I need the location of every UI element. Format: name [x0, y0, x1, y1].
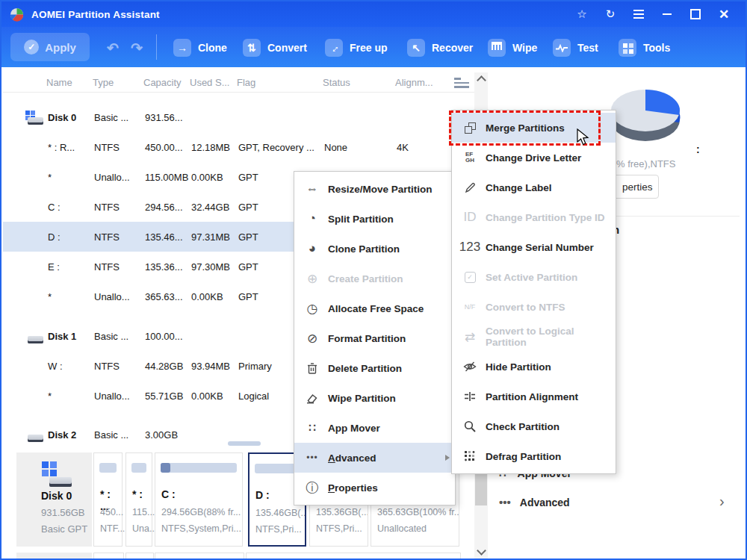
- toolbar: ✓ Apply ↶ ↷ → Clone ⇅ Convert ↔ Free up …: [1, 27, 746, 67]
- menu-label: Hide Partition: [486, 361, 551, 373]
- col-header-status[interactable]: Status: [323, 74, 350, 90]
- submenu-item-serial-number[interactable]: 123 Change Serial Number: [452, 232, 616, 262]
- cell-status: None: [324, 132, 347, 162]
- cell-capacity: 44.28GB: [145, 351, 183, 381]
- wipe-button[interactable]: Wipe: [488, 39, 537, 57]
- partition-block-partial: [125, 553, 154, 560]
- cell-used: 12.18MB: [191, 132, 230, 162]
- partition-block-c[interactable]: C : 294.56GB(88% fr... NTFS,System,Pri..…: [155, 452, 243, 547]
- sidebar-partition-label-fragment: :: [696, 143, 700, 155]
- chevron-right-icon[interactable]: ›: [719, 493, 725, 510]
- menu-item-split[interactable]: ◔ Split Partition: [294, 204, 455, 234]
- scroll-down-icon[interactable]: [477, 546, 486, 556]
- wipe-shredder-icon: [488, 39, 506, 57]
- cell-type: Unallo...: [94, 281, 130, 311]
- sidebar-advanced-item[interactable]: ••• Advanced: [499, 496, 570, 508]
- menu-item-resize-move[interactable]: ⇔ Resize/Move Partition: [294, 174, 455, 204]
- partition-block-recovery[interactable]: * : ... 450... NTF...: [93, 452, 123, 547]
- favorite-star-icon[interactable]: ☆: [568, 1, 596, 27]
- cell-capacity: 100.00...: [145, 321, 183, 351]
- menu-item-format[interactable]: ⊘ Format Partition: [294, 323, 455, 353]
- horizontal-scrollbar-thumb[interactable]: [228, 441, 261, 446]
- submenu-item-drive-letter[interactable]: EFGH Change Drive Letter: [452, 143, 616, 172]
- disk-icon: [42, 461, 75, 487]
- disk-name: Disk 0: [41, 490, 72, 502]
- tools-button[interactable]: Tools: [619, 39, 670, 57]
- cell-capacity: 135.36...: [145, 252, 183, 281]
- partition-size: 135.36GB(...: [316, 507, 368, 517]
- table-row-disk0[interactable]: Disk 0 Basic ... 931.56...: [3, 102, 474, 132]
- free-up-button[interactable]: ↔ Free up: [325, 39, 388, 57]
- submenu-item-check[interactable]: Check Partition: [452, 411, 616, 441]
- cell-capacity: 135.46...: [145, 222, 183, 252]
- usage-bar: [161, 463, 237, 473]
- submenu-item-hide[interactable]: Hide Partition: [452, 352, 616, 382]
- submenu-item-set-active: ✓ Set Active Partition: [452, 262, 616, 292]
- test-label: Test: [577, 42, 598, 54]
- window-title: AOMEI Partition Assistant: [31, 9, 160, 20]
- refresh-sync-icon[interactable]: ↻: [596, 1, 624, 27]
- merge-partitions-icon: [462, 122, 478, 134]
- menu-label: Create Partition: [328, 273, 403, 284]
- apply-button[interactable]: ✓ Apply: [10, 33, 90, 61]
- partition-context-menu: ⇔ Resize/Move Partition ◔ Split Partitio…: [294, 171, 456, 505]
- partition-size: 450...: [100, 507, 123, 517]
- cell-align: 4K: [397, 132, 409, 162]
- set-active-icon: ✓: [462, 272, 478, 283]
- recover-button[interactable]: ↖ Recover: [407, 39, 473, 57]
- undo-button[interactable]: ↶: [107, 40, 119, 57]
- col-header-name[interactable]: Name: [46, 74, 72, 90]
- menu-item-properties[interactable]: ⓘ Properties: [294, 473, 455, 503]
- menu-item-app-mover[interactable]: ∷ App Mover: [294, 413, 455, 443]
- redo-button[interactable]: ↷: [131, 40, 143, 57]
- test-button[interactable]: Test: [553, 39, 598, 57]
- col-header-align[interactable]: Alignm...: [395, 74, 433, 90]
- cell-capacity: 115.00MB: [145, 162, 188, 192]
- resize-move-icon: ⇔: [304, 181, 320, 196]
- cell-capacity: 450.00...: [145, 132, 183, 162]
- cell-used: 97.31MB: [191, 222, 230, 252]
- menu-item-allocate[interactable]: ◷ Allocate Free Space: [294, 293, 455, 323]
- partition-size: 294.56GB(88% fr...: [161, 507, 241, 517]
- menu-item-delete[interactable]: Delete Partition: [294, 353, 455, 383]
- apply-check-icon: ✓: [24, 40, 39, 55]
- app-logo-icon: [10, 7, 24, 22]
- col-header-capacity[interactable]: Capacity: [143, 74, 182, 90]
- menu-item-clone[interactable]: ◕ Clone Partition: [294, 234, 455, 264]
- submenu-item-alignment[interactable]: Partition Alignment: [452, 382, 616, 411]
- defrag-icon: [462, 450, 478, 462]
- close-button[interactable]: ✕: [710, 1, 738, 27]
- menu-item-wipe[interactable]: Wipe Partition: [294, 383, 455, 413]
- submenu-item-defrag[interactable]: Defrag Partition: [452, 441, 616, 471]
- col-header-flag[interactable]: Flag: [237, 74, 255, 90]
- cell-flag: GPT: [238, 162, 258, 192]
- cell-type: NTFS: [94, 252, 120, 281]
- partition-block-partial: [246, 553, 461, 560]
- alignment-icon: [462, 391, 478, 402]
- cell-name: W :: [48, 351, 63, 381]
- minimize-button[interactable]: [653, 1, 681, 27]
- col-header-used[interactable]: Used S...: [190, 74, 229, 90]
- disk-icon: [25, 329, 44, 343]
- partition-block-unalloc-small[interactable]: * : 115.... Una...: [125, 452, 152, 547]
- column-settings-icon[interactable]: [454, 78, 469, 90]
- maximize-button[interactable]: [681, 1, 710, 27]
- clone-button[interactable]: → Clone: [173, 39, 227, 57]
- submenu-item-change-label[interactable]: Change Label: [452, 172, 616, 202]
- table-row-recovery[interactable]: * : R... NTFS 450.00... 12.18MB GPT, Rec…: [3, 132, 474, 162]
- disk0-info-block[interactable]: Disk 0 931.56GB Basic GPT: [16, 452, 92, 547]
- tools-label: Tools: [643, 42, 670, 54]
- partition-label: * :: [132, 488, 143, 500]
- menu-label: Format Partition: [328, 333, 406, 344]
- hamburger-menu-icon[interactable]: [624, 1, 653, 27]
- scroll-up-icon[interactable]: [477, 75, 486, 85]
- col-header-type[interactable]: Type: [93, 74, 114, 90]
- menu-label: Delete Partition: [328, 363, 402, 374]
- cell-type: Unallo...: [94, 162, 130, 192]
- submenu-item-merge[interactable]: Merge Partitions: [452, 113, 616, 143]
- menu-item-advanced[interactable]: ••• Advanced: [294, 443, 455, 473]
- cell-used: 0.00KB: [191, 162, 223, 192]
- cell-name: E :: [48, 252, 60, 281]
- apply-label: Apply: [45, 41, 76, 54]
- convert-button[interactable]: ⇅ Convert: [243, 39, 307, 57]
